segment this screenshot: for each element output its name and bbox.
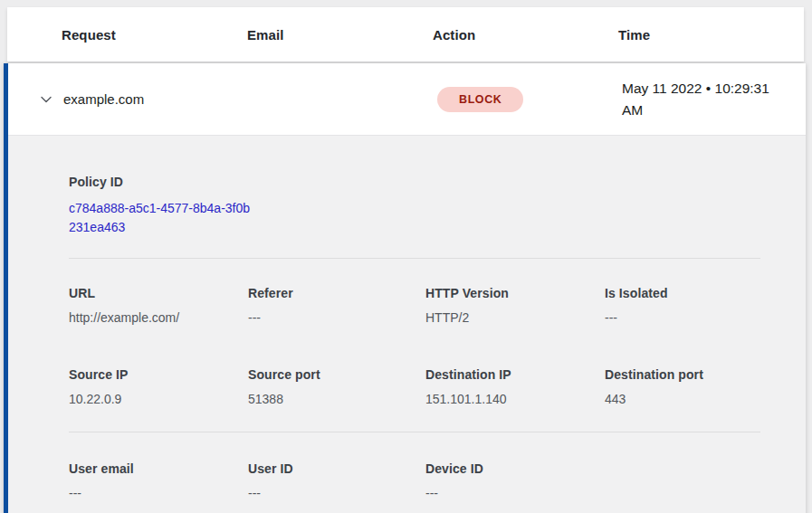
field-value: ---	[425, 486, 605, 500]
field-label: Destination IP	[425, 367, 605, 382]
request-cell: example.com	[63, 91, 144, 107]
field-value: ---	[248, 310, 425, 325]
field-label: Is Isolated	[605, 286, 779, 300]
table-header: Request Email Action Time	[7, 7, 804, 62]
field-value: 443	[605, 392, 779, 406]
field-value: ---	[605, 310, 779, 325]
status-badge: BLOCK	[437, 87, 523, 112]
field-label: User ID	[248, 461, 425, 476]
detail-fields-row-1: URL http://example.com/ Referer --- HTTP…	[69, 286, 779, 325]
field-value: HTTP/2	[425, 310, 605, 325]
detail-fields-row-3: User email --- User ID --- Device ID ---	[69, 461, 779, 500]
time-cell: May 11 2022 • 10:29:31 AM	[622, 78, 787, 121]
policy-id-section: Policy ID c784a888-a5c1-4577-8b4a-3f0b23…	[69, 175, 779, 237]
field-value: ---	[248, 486, 425, 500]
field-user-id: User ID ---	[248, 461, 425, 500]
policy-id-link[interactable]: c784a888-a5c1-4577-8b4a-3f0b231ea463	[69, 199, 254, 237]
action-cell: BLOCK	[437, 87, 523, 112]
field-source-ip: Source IP 10.22.0.9	[69, 367, 248, 406]
column-header-request: Request	[62, 27, 247, 43]
column-header-action: Action	[433, 27, 618, 43]
expanded-row-block: example.com BLOCK May 11 2022 • 10:29:31…	[4, 63, 806, 513]
field-label: Destination port	[605, 367, 779, 382]
field-destination-port: Destination port 443	[605, 367, 779, 406]
chevron-down-icon[interactable]	[35, 89, 57, 110]
field-label: Device ID	[425, 461, 605, 476]
field-label: Referer	[248, 286, 425, 300]
field-value: 151.101.1.140	[425, 392, 605, 406]
field-label: User email	[69, 461, 248, 476]
divider	[69, 432, 760, 432]
field-value: 10.22.0.9	[69, 392, 248, 406]
field-label: Source port	[248, 367, 425, 382]
detail-fields-row-2: Source IP 10.22.0.9 Source port 51388 De…	[69, 367, 779, 406]
field-label: HTTP Version	[425, 286, 605, 300]
field-url: URL http://example.com/	[69, 286, 248, 325]
field-label: Source IP	[69, 367, 248, 382]
field-value: ---	[69, 486, 248, 500]
field-label: URL	[69, 286, 248, 300]
field-device-id: Device ID ---	[425, 461, 605, 500]
field-empty	[605, 461, 779, 500]
field-is-isolated: Is Isolated ---	[605, 286, 779, 325]
column-header-email: Email	[247, 27, 433, 43]
field-user-email: User email ---	[69, 461, 248, 500]
policy-id-label: Policy ID	[69, 175, 779, 189]
detail-panel: Policy ID c784a888-a5c1-4577-8b4a-3f0b23…	[8, 136, 806, 513]
field-referer: Referer ---	[248, 286, 425, 325]
divider	[69, 258, 760, 259]
field-source-port: Source port 51388	[248, 367, 425, 406]
column-header-time: Time	[618, 27, 804, 43]
table-row[interactable]: example.com BLOCK May 11 2022 • 10:29:31…	[8, 63, 806, 136]
field-value: http://example.com/	[69, 310, 248, 325]
field-destination-ip: Destination IP 151.101.1.140	[425, 367, 605, 406]
field-http-version: HTTP Version HTTP/2	[425, 286, 605, 325]
field-value: 51388	[248, 392, 425, 406]
